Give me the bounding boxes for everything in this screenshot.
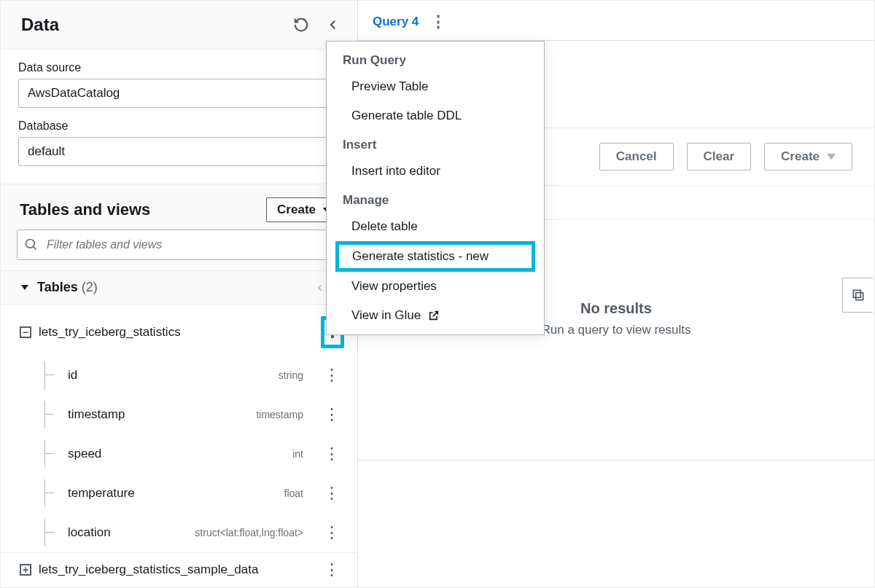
sidebar-header: Data [1, 1, 357, 50]
column-type: float [284, 487, 303, 499]
tables-heading: Tables [37, 280, 78, 294]
filter-input[interactable] [17, 230, 341, 260]
tab-actions-button[interactable]: ⋮ [426, 12, 451, 31]
caret-down-icon[interactable] [21, 285, 28, 290]
column-type: timestamp [256, 409, 303, 420]
menu-group-title: Manage [327, 186, 544, 212]
tabs-bar: Query 4 ⋮ [358, 1, 874, 41]
column-actions-button[interactable]: ⋮ [319, 444, 344, 463]
tab-label: Query 4 [373, 15, 419, 29]
column-type: struct<lat:float,lng:float> [195, 527, 303, 538]
copy-results-button[interactable] [842, 278, 873, 313]
collapse-icon[interactable]: − [20, 326, 31, 338]
chevron-left-icon[interactable] [316, 281, 324, 294]
column-actions-button[interactable]: ⋮ [319, 405, 344, 424]
column-actions-button[interactable]: ⋮ [319, 484, 344, 503]
divider [358, 460, 874, 460]
menu-item-view-properties[interactable]: View properties [327, 272, 544, 301]
cancel-button[interactable]: Cancel [599, 143, 674, 170]
tables-count: (2) [82, 280, 98, 294]
database-select[interactable]: default [18, 137, 340, 166]
expand-icon[interactable]: + [20, 564, 31, 576]
svg-point-0 [26, 240, 35, 248]
menu-item-insert-editor[interactable]: Insert into editor [327, 157, 544, 186]
svg-rect-5 [855, 293, 863, 300]
column-type: string [279, 369, 303, 381]
table-name: lets_try_iceberg_statistics [39, 325, 181, 340]
search-icon [24, 238, 39, 252]
column-row: timestamp timestamp⋮ [1, 395, 357, 434]
data-sidebar: Data Data source AwsDataCatalog Database… [1, 1, 358, 587]
menu-group-title: Run Query [327, 46, 544, 72]
create-label: Create [277, 203, 316, 217]
menu-item-delete-table[interactable]: Delete table [327, 212, 544, 241]
collapse-sidebar-button[interactable] [324, 14, 343, 36]
column-row: location struct<lat:float,lng:float>⋮ [1, 513, 357, 552]
clear-button[interactable]: Clear [687, 143, 752, 170]
database-label: Database [18, 119, 340, 133]
column-actions-button[interactable]: ⋮ [319, 366, 344, 385]
datasource-value: AwsDataCatalog [28, 86, 120, 101]
table-context-menu: Run Query Preview Table Generate table D… [326, 41, 545, 335]
column-row: id string⋮ [1, 356, 357, 395]
copy-icon [851, 288, 866, 302]
external-link-icon [428, 310, 440, 321]
svg-line-1 [34, 247, 36, 250]
column-name: temperature [68, 486, 135, 501]
table-name: lets_try_iceberg_statistics_sample_data [39, 562, 258, 577]
column-actions-button[interactable]: ⋮ [319, 523, 344, 542]
tables-views-title: Tables and views [20, 200, 150, 219]
tables-header: Tables (2) 1 [1, 271, 357, 305]
column-row: temperature float⋮ [1, 474, 357, 513]
datasource-select[interactable]: AwsDataCatalog [18, 79, 340, 108]
refresh-button[interactable] [290, 14, 312, 36]
column-row: speed int⋮ [1, 434, 357, 474]
caret-down-icon [827, 154, 836, 160]
table-actions-button[interactable]: ⋮ [319, 560, 344, 579]
table-row[interactable]: − lets_try_iceberg_statistics [1, 309, 357, 356]
menu-group-title: Insert [327, 130, 544, 157]
create-button[interactable]: Create [764, 143, 852, 170]
datasource-label: Data source [18, 61, 340, 74]
tables-tree: − lets_try_iceberg_statistics id string⋮… [1, 305, 357, 587]
menu-item-generate-statistics[interactable]: Generate statistics - new [335, 241, 535, 272]
menu-item-view-in-glue[interactable]: View in Glue [327, 301, 544, 330]
column-name: speed [68, 447, 101, 461]
svg-point-4 [331, 335, 334, 338]
column-name: timestamp [68, 407, 125, 422]
database-value: default [28, 144, 65, 159]
menu-item-preview-table[interactable]: Preview Table [327, 72, 544, 101]
sidebar-title: Data [21, 15, 59, 35]
table-row[interactable]: + lets_try_iceberg_statistics_sample_dat… [1, 552, 357, 587]
column-name: location [68, 525, 111, 540]
column-type: int [292, 448, 303, 460]
tab-query[interactable]: Query 4 ⋮ [367, 5, 456, 42]
svg-rect-6 [853, 290, 860, 297]
tables-views-header: Tables and views Create [1, 184, 357, 230]
sidebar-form: Data source AwsDataCatalog Database defa… [1, 50, 357, 184]
column-name: id [68, 368, 77, 383]
menu-item-label: View in Glue [351, 308, 421, 323]
menu-item-generate-ddl[interactable]: Generate table DDL [327, 101, 544, 130]
chevron-left-icon [327, 17, 340, 33]
refresh-icon [293, 17, 309, 33]
